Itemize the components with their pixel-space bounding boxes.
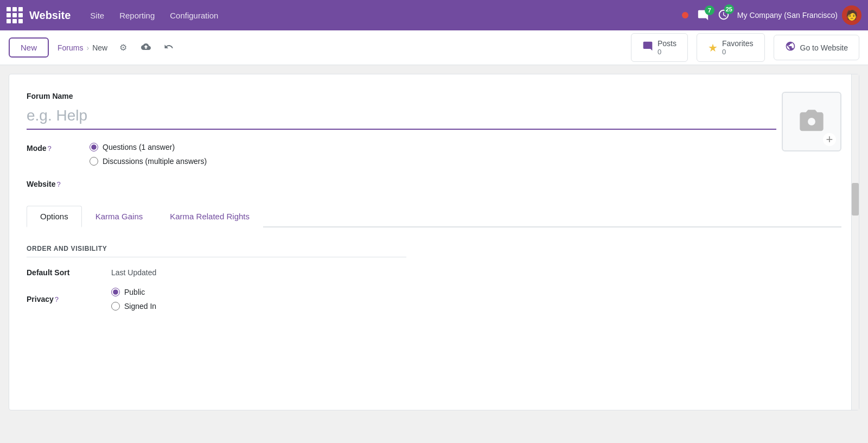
upload-icon[interactable]	[139, 40, 153, 56]
camera-icon	[797, 107, 826, 136]
website-label: Website?	[27, 179, 81, 188]
top-navigation: Website Site Reporting Configuration 7 2…	[0, 0, 868, 30]
mode-field: Mode? Questions (1 answer) Discussions (…	[27, 143, 841, 166]
privacy-signed-in-option[interactable]: Signed In	[111, 302, 156, 311]
add-photo-icon: +	[823, 133, 836, 146]
favorites-count: 0	[722, 48, 754, 56]
user-avatar[interactable]: 🧑	[842, 5, 861, 25]
mode-questions-radio[interactable]	[90, 143, 98, 151]
privacy-public-radio[interactable]	[111, 288, 120, 296]
favorites-icon: ★	[708, 41, 718, 54]
favorites-label: Favorites	[722, 39, 754, 48]
mode-label: Mode?	[27, 143, 81, 153]
photo-upload-button[interactable]: +	[782, 92, 841, 151]
tab-karma-related-rights[interactable]: Karma Related Rights	[156, 206, 263, 227]
privacy-signed-in-label: Signed In	[124, 302, 156, 311]
goto-website-label: Go to Website	[800, 43, 848, 52]
order-visibility-section: ORDER AND VISIBILITY	[27, 245, 406, 257]
nav-site[interactable]: Site	[84, 8, 111, 23]
favorites-label-group: Favorites 0	[722, 39, 754, 56]
privacy-public-label: Public	[124, 288, 145, 296]
posts-label-group: Posts 0	[658, 39, 676, 56]
website-help-icon[interactable]: ?	[56, 180, 60, 188]
globe-icon	[785, 41, 796, 54]
posts-label: Posts	[658, 39, 676, 48]
status-indicator	[682, 12, 688, 18]
breadcrumb-parent[interactable]: Forums	[58, 43, 83, 52]
company-name[interactable]: My Company (San Francisco) 🧑	[737, 5, 861, 25]
posts-stat-button[interactable]: Posts 0	[631, 33, 688, 62]
messages-badge[interactable]: 7	[696, 10, 710, 21]
settings-icon[interactable]: ⚙	[116, 41, 130, 54]
mode-radio-group: Questions (1 answer) Discussions (multip…	[90, 143, 207, 166]
posts-count: 0	[658, 48, 676, 56]
forum-name-input[interactable]	[27, 105, 776, 130]
mode-questions-option[interactable]: Questions (1 answer)	[90, 143, 207, 151]
favorites-stat-button[interactable]: ★ Favorites 0	[697, 33, 765, 62]
form-tabs: Options Karma Gains Karma Related Rights	[27, 206, 841, 227]
breadcrumb-separator: ›	[86, 43, 89, 52]
default-sort-label: Default Sort	[27, 268, 103, 277]
topnav-right: 7 25 My Company (San Francisco) 🧑	[682, 5, 861, 25]
default-sort-value[interactable]: Last Updated	[111, 268, 156, 277]
breadcrumb-current: New	[92, 43, 107, 52]
nav-menu: Site Reporting Configuration	[84, 8, 682, 23]
privacy-signed-in-radio[interactable]	[111, 302, 120, 311]
messages-count: 7	[705, 5, 714, 15]
nav-reporting[interactable]: Reporting	[113, 8, 161, 23]
scrollbar-track[interactable]	[851, 74, 859, 410]
apps-menu-icon[interactable]	[7, 7, 23, 23]
privacy-radio-group: Public Signed In	[111, 288, 156, 311]
undo-icon[interactable]	[162, 40, 176, 56]
brand-title[interactable]: Website	[29, 9, 71, 22]
mode-discussions-label: Discussions (multiple answers)	[103, 157, 207, 166]
breadcrumb: Forums › New	[58, 43, 107, 52]
toolbar: New Forums › New ⚙ Posts 0 ★ Favorites 0…	[0, 30, 868, 65]
activity-count: 25	[724, 4, 734, 14]
privacy-field: Privacy? Public Signed In	[27, 288, 841, 311]
nav-configuration[interactable]: Configuration	[163, 8, 225, 23]
privacy-label: Privacy?	[27, 295, 103, 303]
goto-website-button[interactable]: Go to Website	[774, 35, 859, 60]
scrollbar-thumb[interactable]	[852, 183, 859, 216]
mode-discussions-radio[interactable]	[90, 157, 98, 166]
activity-badge[interactable]: 25	[718, 9, 730, 22]
website-field: Website?	[27, 179, 841, 188]
new-button[interactable]: New	[9, 37, 49, 58]
mode-discussions-option[interactable]: Discussions (multiple answers)	[90, 157, 207, 166]
main-content: Forum Name + Mode? Questions (1 answer) …	[9, 74, 859, 410]
forum-name-field: Forum Name	[27, 92, 841, 130]
forum-name-label: Forum Name	[27, 92, 841, 100]
tab-options[interactable]: Options	[27, 206, 82, 227]
options-tab-content: ORDER AND VISIBILITY Default Sort Last U…	[27, 245, 841, 311]
mode-help-icon[interactable]: ?	[48, 144, 52, 153]
mode-questions-label: Questions (1 answer)	[103, 143, 175, 151]
posts-icon	[642, 41, 653, 54]
default-sort-field: Default Sort Last Updated	[27, 268, 841, 277]
tab-karma-gains[interactable]: Karma Gains	[82, 206, 157, 227]
privacy-public-option[interactable]: Public	[111, 288, 156, 296]
privacy-help-icon[interactable]: ?	[55, 295, 59, 303]
